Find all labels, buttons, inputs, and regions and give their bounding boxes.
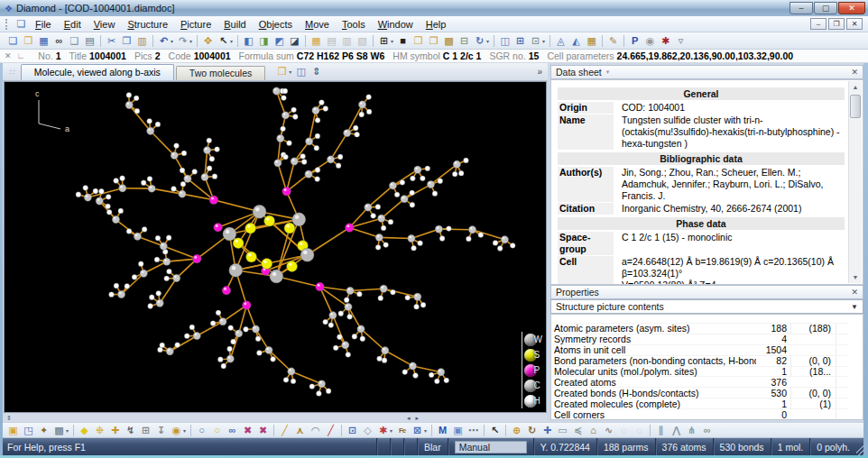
ring-yellow-icon[interactable]: ○ <box>209 424 225 437</box>
fe-label-icon[interactable]: Fe <box>394 424 410 437</box>
viewport-3-icon[interactable]: ◩ <box>272 34 287 48</box>
close-button[interactable]: ✕ <box>838 2 865 14</box>
polyhedra-icon[interactable]: ⊠ <box>410 424 425 437</box>
connectivity-icon[interactable]: ⊞ <box>138 424 153 437</box>
table-view-icon[interactable]: ▦ <box>584 34 599 48</box>
property-row[interactable]: Created atoms376 <box>551 377 848 388</box>
print-icon[interactable]: ▤ <box>82 34 97 48</box>
menu-build[interactable]: Build <box>217 17 252 32</box>
properties-selector[interactable]: Structure picture contents ▼ <box>550 299 863 314</box>
perspective-icon[interactable]: ≼ <box>570 424 586 437</box>
datasheet-panel-icon[interactable]: ◫ <box>497 34 512 48</box>
property-row[interactable]: Atomic parameters (asym. sites)188(188) <box>551 324 848 334</box>
undo-icon-dropdown[interactable]: ▾ <box>171 38 173 44</box>
property-row[interactable]: Created molecules (complete)1(1) <box>551 398 848 409</box>
minimize-button[interactable]: – <box>790 2 813 14</box>
undo-icon[interactable]: ↶ <box>156 34 171 48</box>
save-picture-icon[interactable]: ⊟ <box>457 34 472 48</box>
new-picture-button-dropdown[interactable]: ▾ <box>289 69 291 75</box>
scroll-down-icon[interactable]: ▼ <box>849 271 862 283</box>
ring-blue-icon[interactable]: ○ <box>194 424 209 437</box>
maximize-button[interactable]: ▢ <box>814 2 837 14</box>
select-icon-dropdown[interactable]: ▾ <box>230 38 233 44</box>
menu-view[interactable]: View <box>88 17 122 32</box>
record-icon[interactable]: ◉ <box>642 34 658 48</box>
picture-vscroll-spinner[interactable]: ⇕ <box>4 415 14 422</box>
angle-measure-icon[interactable]: ⋀ <box>669 424 684 437</box>
goto-record-icon[interactable]: ∟ <box>17 51 25 60</box>
picture-spinner[interactable]: ⇕ <box>309 65 324 78</box>
select-icon[interactable]: ↖ <box>216 34 231 48</box>
structure-canvas[interactable]: ca WSPCH <box>4 81 547 413</box>
target-icon[interactable]: ◉ <box>169 424 184 437</box>
close-record-icon[interactable]: ✕ <box>5 51 12 60</box>
status-mode-box[interactable]: Manual <box>455 441 527 453</box>
pointer-icon[interactable]: ↖ <box>487 424 503 437</box>
datasheet-close-icon[interactable]: ✕ <box>851 68 858 77</box>
new-picture-button[interactable]: ❒ <box>274 65 290 78</box>
table-disabled-icon[interactable]: ▤ <box>324 34 339 48</box>
spin-icon[interactable]: ↻ <box>524 424 540 437</box>
target-icon-dropdown[interactable]: ▾ <box>183 427 186 434</box>
more-icon[interactable]: ⋯ <box>466 424 481 437</box>
gallery-picture-icon[interactable]: ▩ <box>441 34 457 48</box>
property-row[interactable]: Atoms in unit cell1504 <box>551 345 848 356</box>
build-tools-icon[interactable]: ✦ <box>36 424 51 437</box>
new-document-icon[interactable]: ❏ <box>5 34 21 48</box>
add-cluster-icon[interactable]: ❉ <box>92 424 107 437</box>
powder-diagram-icon[interactable]: ◬ <box>553 34 568 48</box>
panel-2-disabled-icon[interactable]: ▧ <box>355 34 370 48</box>
print-preview-icon[interactable]: ❑ <box>67 34 82 48</box>
layout-panel-icon-dropdown[interactable]: ▾ <box>542 38 545 44</box>
angle-tool-icon[interactable]: ⋏ <box>292 424 308 437</box>
property-row[interactable]: Created bonds (H-bonds/contacts)530(0, 0… <box>551 388 848 398</box>
grid-picture-icon[interactable]: ⊞ <box>376 34 392 48</box>
panel-disabled-icon[interactable]: ▥ <box>339 34 355 48</box>
save-icon[interactable]: ▦ <box>36 34 51 48</box>
viewport-1-icon[interactable]: ◧ <box>241 34 256 48</box>
mdi-close-button[interactable]: ✕ <box>846 18 863 30</box>
scroll-up-icon[interactable]: ▲ <box>849 81 862 93</box>
viewport-2-icon[interactable]: ◨ <box>256 34 272 48</box>
redo-icon[interactable]: ↷ <box>175 34 190 48</box>
distance-measure-icon[interactable]: ∥ <box>653 424 669 437</box>
home-view-icon[interactable]: ⌂ <box>586 424 601 437</box>
redo-icon-dropdown[interactable]: ▾ <box>189 38 192 44</box>
tab-overflow-button[interactable]: » <box>537 67 548 77</box>
picture-properties-icon[interactable]: ▣ <box>5 424 21 437</box>
link-icon[interactable]: ∞ <box>699 424 715 437</box>
distance-diagram-icon[interactable]: ◭ <box>568 34 584 48</box>
picture-frame-icon[interactable]: ▣ <box>450 424 466 437</box>
scrollbar-thumb[interactable] <box>850 95 861 118</box>
refresh-picture-icon[interactable]: ↻ <box>472 34 487 48</box>
find-icon[interactable]: ∞ <box>51 34 67 48</box>
next-view-icon[interactable]: ◌ <box>632 424 647 437</box>
paste-icon[interactable]: ▥ <box>134 34 150 48</box>
menu-objects[interactable]: Objects <box>253 17 299 32</box>
menu-help[interactable]: Help <box>420 17 453 32</box>
bond-red-icon[interactable]: ╱ <box>323 424 338 437</box>
picture-tab-2[interactable]: Two molecules <box>176 66 265 80</box>
refresh-picture-icon-dropdown[interactable]: ▾ <box>486 38 489 44</box>
menu-window[interactable]: Window <box>372 17 420 32</box>
grid-picture-icon-dropdown[interactable]: ▾ <box>391 38 393 44</box>
property-row[interactable]: Symmetry records4 <box>551 334 848 345</box>
new-picture-icon[interactable]: ❒ <box>411 34 426 48</box>
add-atom-icon[interactable]: ◆ <box>77 424 92 437</box>
copy-icon[interactable]: ❐ <box>119 34 134 48</box>
datasheet-scrollbar[interactable]: ▲ ▼ <box>848 81 862 283</box>
polyhedra-icon-dropdown[interactable]: ▾ <box>424 427 427 434</box>
menu-move[interactable]: Move <box>299 17 336 32</box>
arrange-pictures-button[interactable]: ◫ <box>293 65 309 78</box>
plane-icon[interactable]: ◇ <box>360 424 375 437</box>
cell-edges-icon[interactable]: ⊡ <box>345 424 360 437</box>
menu-tools[interactable]: Tools <box>336 17 372 32</box>
menu-structure[interactable]: Structure <box>121 17 174 32</box>
table-icon[interactable]: ▦ <box>309 34 324 48</box>
delete-atoms-icon[interactable]: ✖ <box>240 424 255 437</box>
copy-picture-icon[interactable]: ❐ <box>426 34 441 48</box>
torsion-measure-icon[interactable]: ⋔ <box>684 424 699 437</box>
contact-icon[interactable]: ◠ <box>308 424 323 437</box>
delete-all-icon[interactable]: ✖ <box>255 424 271 437</box>
viewport-4-icon[interactable]: ◪ <box>287 34 302 48</box>
